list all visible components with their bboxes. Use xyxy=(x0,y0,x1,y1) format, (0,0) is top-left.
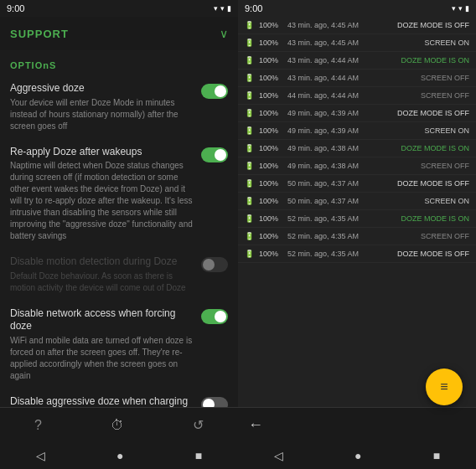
right-status-time: 9:00 xyxy=(245,3,262,13)
wifi-icon-right: ▾ xyxy=(458,4,463,13)
sys-nav-left: ◁●■ xyxy=(0,442,238,469)
toggle-knob xyxy=(203,399,215,407)
signal-icon: ▾ xyxy=(214,4,218,13)
left-status-time: 9:00 xyxy=(7,3,24,13)
log-event: DOZE MODE IS OFF xyxy=(397,179,469,188)
option-item-aggressive-doze[interactable]: Aggressive dozeYour device will enter Do… xyxy=(0,75,238,139)
log-item-3: 🔋100%43 min. ago, 4:44 AMSCREEN OFF xyxy=(238,70,476,87)
battery-status-icon: 🔋 xyxy=(245,250,254,258)
log-event: DOZE MODE IS ON xyxy=(401,144,469,152)
back-button[interactable]: ← xyxy=(248,416,263,434)
battery-pct: 100% xyxy=(259,144,282,152)
battery-pct: 100% xyxy=(259,56,282,64)
battery-pct: 100% xyxy=(259,21,282,29)
sys-nav-right-recent[interactable]: ■ xyxy=(433,449,440,462)
log-item-12: 🔋100%52 min. ago, 4:35 AMSCREEN OFF xyxy=(238,228,476,245)
panel-header[interactable]: SUPPORT ∨ xyxy=(0,17,238,50)
header-title: SUPPORT xyxy=(10,28,69,40)
bottom-nav-history[interactable]: ↺ xyxy=(188,412,209,438)
battery-pct: 100% xyxy=(259,91,282,100)
log-item-2: 🔋100%43 min. ago, 4:44 AMDOZE MODE IS ON xyxy=(238,52,476,70)
log-item-8: 🔋100%49 min. ago, 4:38 AMSCREEN OFF xyxy=(238,157,476,175)
toggle-reapply-doze[interactable] xyxy=(201,147,228,162)
log-event: DOZE MODE IS OFF xyxy=(397,250,469,258)
option-desc: Naptime will detect when Doze status cha… xyxy=(10,160,194,242)
menu-icon: ≡ xyxy=(440,379,448,394)
option-item-reapply-doze[interactable]: Re-apply Doze after wakeupsNaptime will … xyxy=(0,139,238,250)
log-time: 50 min. ago, 4:37 AM xyxy=(287,179,392,188)
battery-status-icon: 🔋 xyxy=(245,232,254,240)
battery-status-icon: 🔋 xyxy=(245,109,254,117)
log-time: 49 min. ago, 4:39 AM xyxy=(287,109,392,117)
battery-status-icon: 🔋 xyxy=(245,179,254,188)
right-panel: 🔋100%43 min. ago, 4:45 AMDOZE MODE IS OF… xyxy=(238,17,476,469)
log-item-7: 🔋100%49 min. ago, 4:38 AMDOZE MODE IS ON xyxy=(238,140,476,157)
battery-status-icon: 🔋 xyxy=(245,39,254,47)
option-title: Re-apply Doze after wakeups xyxy=(10,146,194,159)
log-time: 49 min. ago, 4:39 AM xyxy=(287,126,419,135)
option-text: Aggressive dozeYour device will enter Do… xyxy=(10,82,194,132)
right-bottom-nav: ← xyxy=(238,407,476,442)
right-status-icons: ▾ ▾ ▮ xyxy=(452,4,469,13)
log-event: DOZE MODE IS ON xyxy=(401,56,469,64)
sys-nav-back[interactable]: ◁ xyxy=(36,449,45,462)
sys-nav-right-home[interactable]: ● xyxy=(354,449,361,462)
log-item-0: 🔋100%43 min. ago, 4:45 AMDOZE MODE IS OF… xyxy=(238,17,476,34)
log-event: SCREEN OFF xyxy=(421,91,469,100)
bottom-nav-help[interactable]: ? xyxy=(29,413,47,438)
option-item-disable-network[interactable]: Disable network access when forcing doze… xyxy=(0,301,238,389)
log-time: 49 min. ago, 4:38 AM xyxy=(287,162,416,170)
option-text: Re-apply Doze after wakeupsNaptime will … xyxy=(10,146,194,243)
option-item-disable-aggressive-charging[interactable]: Disable aggressive doze when chargingDoz… xyxy=(0,389,238,407)
left-panel: SUPPORT ∨ OPTIOnS Aggressive dozeYour de… xyxy=(0,17,238,469)
sys-nav-recent[interactable]: ■ xyxy=(195,449,202,462)
option-text: Disable network access when forcing doze… xyxy=(10,307,194,382)
log-event: SCREEN ON xyxy=(424,39,469,47)
battery-pct: 100% xyxy=(259,39,282,47)
log-event: SCREEN ON xyxy=(424,126,469,135)
log-time: 43 min. ago, 4:44 AM xyxy=(287,74,416,82)
toggle-knob xyxy=(215,311,226,322)
battery-pct: 100% xyxy=(259,250,282,258)
option-item-disable-motion[interactable]: Disable motion detection during DozeDefa… xyxy=(0,249,238,301)
toggle-disable-aggressive-charging[interactable] xyxy=(201,397,228,407)
log-item-10: 🔋100%50 min. ago, 4:37 AMSCREEN ON xyxy=(238,193,476,210)
fab-button[interactable]: ≡ xyxy=(426,368,463,405)
toggle-disable-motion[interactable] xyxy=(201,257,228,272)
log-list: 🔋100%43 min. ago, 4:45 AMDOZE MODE IS OF… xyxy=(238,17,476,407)
log-item-6: 🔋100%49 min. ago, 4:39 AMSCREEN ON xyxy=(238,122,476,140)
log-event: SCREEN ON xyxy=(424,197,469,205)
right-status-bar: 9:00 ▾ ▾ ▮ xyxy=(238,0,476,17)
sys-nav-home[interactable]: ● xyxy=(116,449,123,462)
battery-pct: 100% xyxy=(259,232,282,240)
log-item-13: 🔋100%52 min. ago, 4:35 AMDOZE MODE IS OF… xyxy=(238,245,476,263)
option-desc: Your device will enter Doze Mode in minu… xyxy=(10,97,194,132)
battery-status-icon: 🔋 xyxy=(245,74,254,82)
log-event: SCREEN OFF xyxy=(421,232,469,240)
options-section: OPTIOnS xyxy=(0,50,238,75)
chevron-down-icon: ∨ xyxy=(220,27,228,40)
battery-status-icon: 🔋 xyxy=(245,144,254,152)
toggle-knob xyxy=(215,85,226,97)
options-list: Aggressive dozeYour device will enter Do… xyxy=(0,75,238,407)
log-event: DOZE MODE IS OFF xyxy=(397,109,469,117)
log-time: 43 min. ago, 4:45 AM xyxy=(287,39,419,47)
log-item-9: 🔋100%50 min. ago, 4:37 AMDOZE MODE IS OF… xyxy=(238,175,476,193)
battery-pct: 100% xyxy=(259,197,282,205)
panels-row: SUPPORT ∨ OPTIOnS Aggressive dozeYour de… xyxy=(0,17,476,469)
log-time: 52 min. ago, 4:35 AM xyxy=(287,232,416,240)
log-item-4: 🔋100%44 min. ago, 4:44 AMSCREEN OFF xyxy=(238,87,476,105)
battery-status-icon: 🔋 xyxy=(245,91,254,100)
phone-wrapper: 9:00 ▾ ▾ ▮ 9:00 ▾ ▾ ▮ SUPPORT ∨ xyxy=(0,0,476,469)
option-title: Disable aggressive doze when charging xyxy=(10,395,194,407)
battery-pct: 100% xyxy=(259,214,282,223)
battery-icon-left: ▮ xyxy=(227,4,231,13)
log-time: 43 min. ago, 4:44 AM xyxy=(287,56,396,64)
toggle-disable-network[interactable] xyxy=(201,309,228,324)
log-event: DOZE MODE IS ON xyxy=(401,214,469,223)
toggle-aggressive-doze[interactable] xyxy=(201,84,228,99)
bottom-nav-timer[interactable]: ⏱ xyxy=(106,413,129,438)
sys-nav-right-back[interactable]: ◁ xyxy=(274,449,283,462)
option-desc: Default Doze behaviour. As soon as there… xyxy=(10,271,194,294)
left-status-bar: 9:00 ▾ ▾ ▮ xyxy=(0,0,238,17)
